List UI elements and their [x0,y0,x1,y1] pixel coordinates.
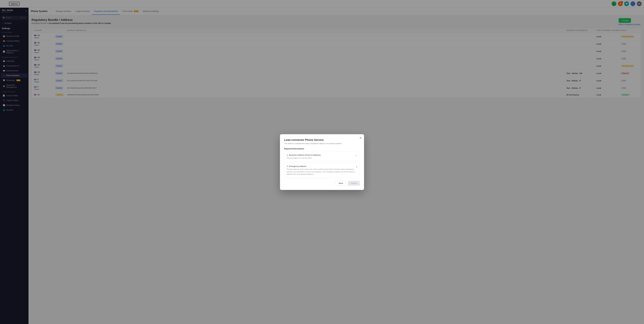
modal-footer: Back Submit [284,181,360,186]
doc-item-content: 2. Emergency Address Physical address of… [287,165,356,176]
doc-item-content: 1. Business Address (Proof of Address) P… [287,154,355,159]
doc-item-title: 1. Business Address (Proof of Address) [287,154,355,156]
back-button[interactable]: Back [336,181,346,186]
doc-item-emergency-address[interactable]: 2. Emergency Address Physical address of… [284,163,360,178]
chevron-down-icon: ▾ [356,166,357,168]
doc-item-business-address[interactable]: 1. Business Address (Proof of Address) P… [284,152,360,162]
doc-number: 2. [287,165,289,168]
submit-button[interactable]: Submit [348,181,360,186]
doc-item-desc: Physical address of your business. [287,157,355,159]
checkmark-icon: ✓ [355,154,357,157]
doc-title-text: Emergency Address [289,165,306,168]
doc-item-title: 2. Emergency Address [287,165,356,168]
doc-title-text: Business Address (Proof of Address) [289,154,321,156]
modal-close-button[interactable]: ✕ [360,137,362,139]
modal-overlay[interactable]: ✕ Lead connector Phone Service You need … [0,0,644,324]
modal-dialog: ✕ Lead connector Phone Service You need … [280,134,364,190]
doc-number: 1. [287,154,289,156]
doc-item-desc: Physical address of the actual user of t… [287,168,356,176]
modal-title: Lead connector Phone Service [284,138,360,142]
required-docs-label: Required Documents: [284,148,360,150]
modal-subtitle: You need to complete few easy compliance… [284,142,360,144]
